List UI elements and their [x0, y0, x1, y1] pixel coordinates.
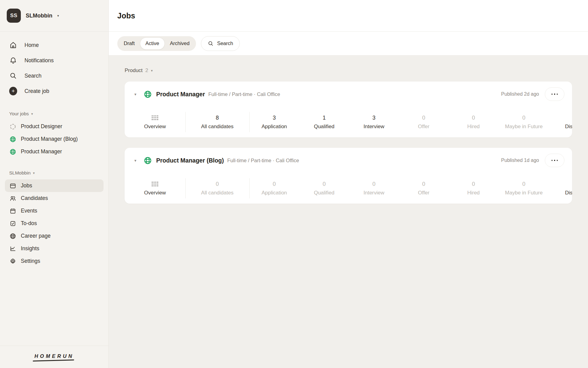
stat-interview[interactable]: 3 Interview — [349, 107, 399, 137]
sidebar-item-candidates[interactable]: Candidates — [5, 192, 104, 205]
green-globe-icon — [144, 90, 152, 98]
workspace-avatar[interactable]: SS — [7, 9, 21, 23]
search-button[interactable]: Search — [201, 36, 240, 51]
job-menu-button[interactable] — [545, 87, 564, 101]
job-link-product-designer[interactable]: Product Designer — [5, 120, 104, 133]
sidebar: SS SLMobbin ▾ Home Notifications — [0, 0, 109, 368]
page-title: Jobs — [117, 11, 135, 20]
primary-nav: Home Notifications Search + Create job — [0, 32, 108, 99]
users-icon — [9, 195, 17, 202]
workspace-nav-list: Jobs Candidates Events To-dos — [0, 179, 108, 267]
stat-overview[interactable]: Overview — [125, 173, 185, 204]
job-meta: Full-time / Part-time · Cali Office — [227, 158, 299, 163]
sidebar-item-career-page[interactable]: Career page — [5, 230, 104, 242]
jobs-toolbar: Draft Active Archived Search — [109, 32, 588, 56]
job-title[interactable]: Product Manager — [156, 91, 205, 98]
section-label-text: Your jobs — [9, 111, 29, 117]
sidebar-item-insights[interactable]: Insights — [5, 242, 104, 255]
stat-all-candidates[interactable]: 0 All candidates — [185, 173, 249, 204]
tab-draft[interactable]: Draft — [119, 37, 140, 50]
green-globe-icon — [9, 136, 17, 143]
stat-qualified[interactable]: 1 Qualified — [299, 107, 349, 137]
grid-dots-icon — [151, 114, 159, 121]
sidebar-item-home[interactable]: Home — [5, 37, 104, 53]
sidebar-item-search[interactable]: Search — [5, 68, 104, 83]
globe-icon — [9, 232, 17, 240]
job-meta: Full-time / Part-time · Cali Office — [208, 91, 280, 97]
job-link-label: Product Designer — [21, 123, 62, 130]
stat-offer[interactable]: 0 Offer — [399, 107, 449, 137]
chevron-down-icon: ▾ — [151, 69, 153, 72]
stat-disqualified[interactable]: Disqualified — [549, 173, 572, 204]
main-area: Jobs Draft Active Archived Search Produc… — [109, 0, 588, 368]
stat-overview[interactable]: Overview — [125, 107, 185, 137]
ellipsis-icon — [552, 160, 558, 161]
sidebar-item-label: Home — [24, 42, 39, 48]
sidebar-item-todos[interactable]: To-dos — [5, 217, 104, 230]
search-icon — [9, 72, 17, 80]
job-link-product-manager[interactable]: Product Manager — [5, 145, 104, 158]
sidebar-item-label: Settings — [21, 258, 40, 264]
stat-application[interactable]: 0 Application — [249, 173, 299, 204]
job-menu-button[interactable] — [545, 154, 564, 167]
group-name: Product — [125, 67, 143, 74]
tab-active[interactable]: Active — [140, 37, 165, 50]
sidebar-item-jobs[interactable]: Jobs — [5, 179, 104, 192]
line-chart-icon — [9, 245, 17, 252]
stat-offer[interactable]: 0 Offer — [399, 173, 449, 204]
sidebar-item-create-job[interactable]: + Create job — [5, 83, 104, 99]
stat-maybe-in-future[interactable]: 0 Maybe in Future — [498, 173, 549, 204]
job-link-label: Product Manager — [21, 148, 62, 155]
stat-disqualified[interactable]: Disqualified — [549, 107, 572, 137]
job-card: ▾ Product Manager Full-time / Part-time … — [125, 82, 572, 137]
sidebar-item-label: Notifications — [24, 57, 54, 64]
section-label-text: SLMobbin — [9, 170, 31, 176]
search-icon — [208, 40, 214, 47]
sidebar-item-label: Events — [21, 208, 37, 214]
chevron-down-icon: ▾ — [33, 171, 35, 175]
sidebar-item-events[interactable]: Events — [5, 205, 104, 217]
stat-maybe-in-future[interactable]: 0 Maybe in Future — [498, 107, 549, 137]
sidebar-item-label: Create job — [24, 88, 49, 94]
stat-interview[interactable]: 0 Interview — [349, 173, 399, 204]
stat-qualified[interactable]: 0 Qualified — [299, 173, 349, 204]
status-filter-segmented-control: Draft Active Archived — [117, 36, 196, 51]
home-icon — [9, 41, 17, 49]
chevron-down-icon: ▾ — [31, 112, 33, 116]
pipeline-stats-row: Overview 8 All candidates 3 Application … — [125, 107, 572, 137]
job-card-header: ▾ Product Manager Full-time / Part-time … — [125, 82, 572, 107]
chevron-down-icon: ▾ — [57, 14, 59, 17]
published-status: Published 1d ago — [501, 158, 539, 163]
homerun-logo: HOMERUN — [33, 353, 75, 361]
workspace-switcher[interactable]: SS SLMobbin ▾ — [0, 0, 108, 32]
job-title[interactable]: Product Manager (Blog) — [156, 157, 224, 164]
sidebar-item-settings[interactable]: Settings — [5, 255, 104, 267]
job-link-product-manager-blog[interactable]: Product Manager (Blog) — [5, 133, 104, 145]
ellipsis-icon — [552, 94, 558, 95]
job-link-label: Product Manager (Blog) — [21, 136, 78, 142]
calendar-icon — [9, 207, 17, 215]
your-jobs-section-toggle[interactable]: Your jobs ▾ — [0, 111, 108, 117]
green-globe-icon — [144, 156, 152, 165]
collapse-caret-icon[interactable]: ▾ — [131, 158, 139, 163]
sidebar-item-notifications[interactable]: Notifications — [5, 53, 104, 68]
collapse-caret-icon[interactable]: ▾ — [131, 92, 139, 97]
stat-all-candidates[interactable]: 8 All candidates — [185, 107, 249, 137]
published-status: Published 2d ago — [501, 91, 539, 97]
stat-application[interactable]: 3 Application — [249, 107, 299, 137]
bell-icon — [9, 56, 17, 64]
stat-hired[interactable]: 0 Hired — [449, 173, 498, 204]
stat-hired[interactable]: 0 Hired — [449, 107, 498, 137]
app-window: SS SLMobbin ▾ Home Notifications — [0, 0, 588, 368]
sidebar-item-label: Candidates — [21, 195, 48, 201]
job-group-toggle[interactable]: Product 2 ▾ — [125, 67, 572, 74]
browser-window-icon — [9, 182, 17, 190]
jobs-list-content: Product 2 ▾ ▾ Product Manager Full-time … — [109, 56, 588, 368]
page-header: Jobs — [109, 0, 588, 32]
green-globe-icon — [9, 148, 17, 155]
dashed-circle-icon — [9, 123, 17, 130]
tab-archived[interactable]: Archived — [165, 37, 195, 50]
grid-dots-icon — [151, 181, 159, 187]
workspace-section-toggle[interactable]: SLMobbin ▾ — [0, 170, 108, 176]
gear-icon — [9, 258, 17, 265]
